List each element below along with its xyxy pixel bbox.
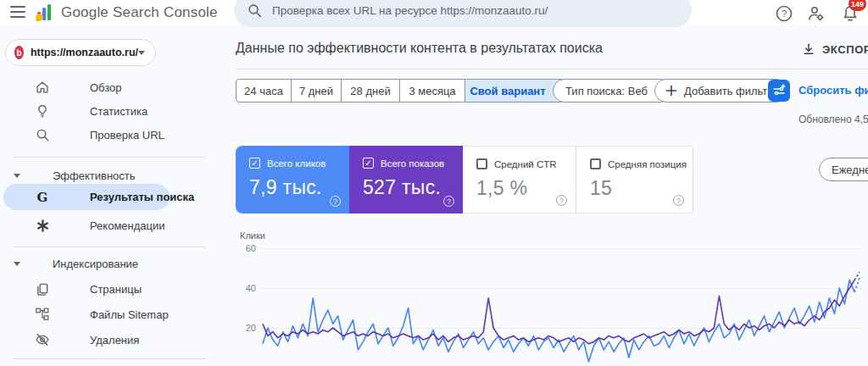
google-search-console-app: Google Search Console ? 149 xyxy=(0,0,868,366)
y-tick-60: 60 xyxy=(227,243,256,253)
page-title: Данные по эффективности контента в резул… xyxy=(236,41,603,56)
divider xyxy=(548,83,548,98)
eye-off-icon xyxy=(34,331,51,348)
divider xyxy=(14,157,205,158)
checkbox-unchecked-icon[interactable] xyxy=(590,158,601,169)
compare-filter-button[interactable] xyxy=(768,80,790,102)
reset-filters-link[interactable]: Сбросить фильтры xyxy=(798,84,868,97)
help-icon[interactable]: ? xyxy=(443,196,454,207)
sidebar-item-recommendations[interactable]: Рекомендации xyxy=(0,214,178,237)
property-selector[interactable]: b https://monzaauto.ru/ xyxy=(5,39,156,66)
help-icon[interactable]: ? xyxy=(673,195,684,206)
sidebar-item-removals[interactable]: Удаления xyxy=(0,328,178,352)
sidebar-item-sitemaps[interactable]: Файлы Sitemap xyxy=(0,302,178,326)
menu-icon[interactable] xyxy=(10,6,25,18)
granularity-dropdown[interactable]: Ежедневно xyxy=(819,158,868,181)
search-input[interactable] xyxy=(272,4,662,17)
date-range-custom[interactable]: Свой вариант xyxy=(465,79,565,103)
chevron-down-icon xyxy=(14,262,20,266)
search-icon xyxy=(34,126,51,143)
divider xyxy=(236,69,868,69)
url-inspection-searchbox[interactable] xyxy=(234,0,692,27)
sidebar-section-performance[interactable]: Эффективность xyxy=(0,166,203,185)
metric-value: 7,9 тыс. xyxy=(249,176,322,199)
metric-value: 1,5 % xyxy=(476,177,527,200)
sidebar-item-pages[interactable]: Страницы xyxy=(0,277,178,301)
pages-icon xyxy=(34,280,51,297)
sitemap-icon xyxy=(34,306,51,323)
sidebar-item-search-results[interactable]: G Результаты поиска xyxy=(3,184,170,210)
metric-value: 527 тыс. xyxy=(363,176,441,199)
y-tick-40: 40 xyxy=(227,283,256,293)
chevron-down-icon xyxy=(138,51,145,55)
date-range-28d[interactable]: 28 дней xyxy=(341,79,400,103)
top-bar: Google Search Console ? 149 xyxy=(0,0,868,25)
divider xyxy=(14,358,205,359)
updated-timestamp: Обновлено 4,5 ч xyxy=(798,114,868,125)
sidebar-item-statistics[interactable]: Статистика xyxy=(0,99,178,123)
asterisk-icon xyxy=(34,217,51,234)
property-favicon: b xyxy=(14,46,24,59)
metric-card-impressions[interactable]: ✓ Всего показов 527 тыс. ? xyxy=(349,146,463,214)
app-title: Google Search Console xyxy=(61,4,218,21)
divider xyxy=(14,247,205,247)
metric-card-clicks[interactable]: ✓ Всего кликов 7,9 тыс. ? xyxy=(236,146,349,214)
sidebar-section-indexing[interactable]: Индексирование xyxy=(0,254,203,273)
notification-badge[interactable]: 149 xyxy=(849,0,866,11)
chevron-down-icon xyxy=(14,174,20,178)
y-tick-20: 20 xyxy=(227,323,256,333)
lightbulb-icon xyxy=(34,103,51,119)
settings-user-icon[interactable] xyxy=(807,4,826,23)
date-range-24h[interactable]: 24 часа xyxy=(236,79,292,103)
export-button[interactable]: ЭКСПОРТ xyxy=(802,42,868,56)
property-url: https://monzaauto.ru/ xyxy=(31,47,138,58)
tune-plus-icon xyxy=(772,84,786,97)
date-range-7d[interactable]: 7 дней xyxy=(291,79,342,103)
search-icon xyxy=(248,3,262,18)
plus-icon xyxy=(665,85,677,97)
sidebar-item-url-inspection[interactable]: Проверка URL xyxy=(0,123,178,147)
metric-card-ctr[interactable]: Средний CTR 1,5 % ? xyxy=(463,146,576,214)
sidebar-item-overview[interactable]: Обзор xyxy=(0,75,178,99)
checkbox-unchecked-icon[interactable] xyxy=(476,158,487,169)
date-range-3m[interactable]: 3 месяца xyxy=(399,79,465,103)
search-console-logo-icon xyxy=(34,3,54,23)
checkbox-checked-icon[interactable]: ✓ xyxy=(249,158,260,169)
help-icon[interactable]: ? xyxy=(556,195,567,206)
download-icon xyxy=(802,42,815,56)
checkbox-checked-icon[interactable]: ✓ xyxy=(363,158,374,169)
google-g-icon: G xyxy=(34,189,51,206)
metric-card-position[interactable]: Средняя позиция 15 ? xyxy=(576,146,693,214)
help-icon[interactable]: ? xyxy=(775,4,793,23)
svg-text:?: ? xyxy=(782,8,787,19)
home-icon xyxy=(34,79,51,96)
date-range-group: 24 часа 7 дней 28 дней 3 месяца Свой вар… xyxy=(236,79,565,103)
performance-line-chart[interactable] xyxy=(261,229,861,366)
help-icon[interactable]: ? xyxy=(330,196,341,207)
metric-value: 15 xyxy=(590,177,612,200)
